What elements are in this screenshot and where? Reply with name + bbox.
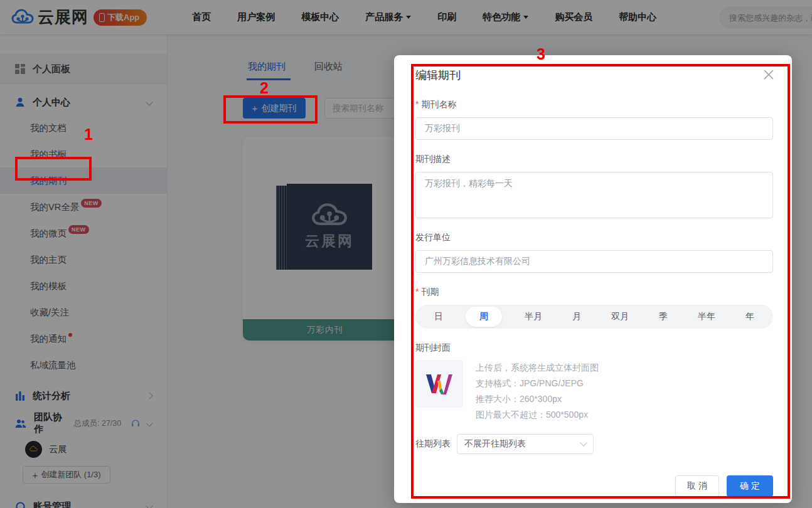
modal-title: 编辑期刊 xyxy=(415,68,461,83)
journal-name-label: *期刊名称 xyxy=(415,99,773,110)
modal-footer: 取 消 确 定 xyxy=(415,475,773,497)
cover-tips: 上传后，系统将生成立体封面图 支持格式：JPG/PNG/JEPG 推荐大小：26… xyxy=(476,360,599,423)
close-icon[interactable] xyxy=(763,69,774,80)
period-option-day[interactable]: 日 xyxy=(427,307,451,327)
publisher-label: 发行单位 xyxy=(415,232,773,243)
period-segmented-control: 日 周 半月 月 双月 季 半年 年 xyxy=(415,305,773,329)
confirm-button[interactable]: 确 定 xyxy=(727,475,773,497)
cover-upload-thumb[interactable] xyxy=(415,360,463,408)
required-asterisk: * xyxy=(415,99,419,109)
chevron-down-icon xyxy=(580,439,587,446)
journal-name-input[interactable] xyxy=(415,117,773,140)
cover-tip-line: 推荐大小：260*300px xyxy=(476,391,599,407)
history-select-value: 不展开往期列表 xyxy=(464,438,526,450)
period-option-half-month[interactable]: 半月 xyxy=(517,307,550,327)
cover-section: 上传后，系统将生成立体封面图 支持格式：JPG/PNG/JEPG 推荐大小：26… xyxy=(415,360,773,423)
cover-tip-line: 支持格式：JPG/PNG/JEPG xyxy=(476,376,599,391)
period-option-week[interactable]: 周 xyxy=(466,307,502,327)
history-section: 往期列表 不展开往期列表 xyxy=(415,434,773,454)
cover-tip-line: 图片最大不超过：500*500px xyxy=(476,407,599,423)
wancai-w-logo-icon xyxy=(425,372,454,396)
history-select[interactable]: 不展开往期列表 xyxy=(457,434,594,454)
cancel-button[interactable]: 取 消 xyxy=(675,475,719,497)
journal-desc-label: 期刊描述 xyxy=(415,154,773,165)
history-label: 往期列表 xyxy=(415,438,451,450)
period-option-half-year[interactable]: 半年 xyxy=(690,307,723,327)
publisher-input[interactable] xyxy=(415,250,773,273)
period-option-quarter[interactable]: 季 xyxy=(651,307,675,327)
period-option-year[interactable]: 年 xyxy=(738,307,762,327)
cover-tip-line: 上传后，系统将生成立体封面图 xyxy=(476,360,599,376)
period-label: *刊期 xyxy=(415,287,773,298)
cover-label: 期刊封面 xyxy=(415,342,773,354)
period-option-month[interactable]: 月 xyxy=(565,307,589,327)
journal-desc-textarea[interactable]: 万彩报刊，精彩每一天 xyxy=(415,172,773,218)
period-option-bimonth[interactable]: 双月 xyxy=(604,307,636,327)
page: 云展网 下载App 首页 用户案例 模板中心 产品服务 印刷 特色功能 购买会员… xyxy=(0,0,812,508)
required-asterisk: * xyxy=(415,287,419,297)
edit-journal-modal: 编辑期刊 *期刊名称 期刊描述 万彩报刊，精彩每一天 发行单位 *刊期 日 周 … xyxy=(394,55,792,503)
